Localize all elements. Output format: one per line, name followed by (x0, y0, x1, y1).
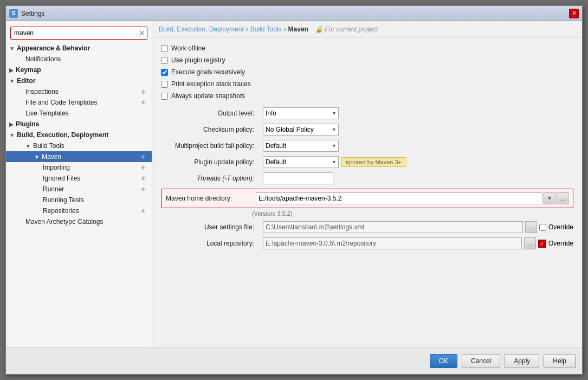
sidebar-group-build[interactable]: ▼ Build, Execution, Deployment (6, 130, 152, 140)
user-settings-input[interactable] (263, 221, 523, 233)
print-exception-checkbox[interactable] (161, 81, 168, 88)
main-content: ✕ ▼ Appearance & Behavior Notifications … (6, 21, 582, 347)
sidebar-item-file-code-templates[interactable]: File and Code Templates ◈ (6, 97, 152, 108)
maven-home-label: Maven home directory: (166, 195, 253, 202)
sidebar-item-maven-archetype-catalogs[interactable]: Maven Archetype Catalogs (6, 216, 152, 227)
local-repo-browse-btn[interactable]: … (524, 237, 536, 249)
sidebar-item-inspections[interactable]: Inspections ◈ (6, 86, 152, 97)
close-button[interactable]: ✕ (569, 9, 579, 18)
search-clear-icon[interactable]: ✕ (139, 29, 145, 37)
sidebar-item-label: Maven (42, 153, 61, 160)
settings-window: S Settings ✕ ✕ ▼ Appearance & Behavior N… (5, 5, 583, 375)
search-box: ✕ (6, 23, 152, 43)
cancel-button[interactable]: Cancel (462, 354, 500, 368)
user-settings-browse-btn[interactable]: … (525, 221, 537, 233)
window-icon: S (9, 9, 18, 18)
indicator-icon: ◈ (141, 153, 148, 160)
threads-row: Threads (-T option): (161, 172, 573, 184)
indicator-icon: ◈ (141, 175, 148, 182)
ok-button[interactable]: OK (430, 354, 457, 368)
local-repo-input[interactable] (263, 237, 522, 249)
threads-input[interactable] (263, 172, 333, 184)
sidebar-item-label: Ignored Files (43, 175, 80, 182)
expand-icon: ▼ (9, 132, 15, 138)
sidebar-group-plugins[interactable]: ▶ Plugins (6, 119, 152, 130)
content-area: Build, Execution, Deployment › Build Too… (152, 21, 582, 347)
execute-goals-checkbox[interactable] (161, 69, 168, 76)
sidebar-group-label: Build, Execution, Deployment (17, 131, 108, 139)
maven-home-row: Maven home directory: ▼ … (161, 189, 573, 208)
sidebar-item-label: Running Tests (43, 196, 84, 204)
always-update-label[interactable]: Always update snapshots (171, 92, 245, 100)
sidebar-item-runner[interactable]: Runner ◈ (6, 184, 152, 195)
sidebar-item-label: Build Tools (33, 142, 64, 150)
print-exception-row: Print exception stack traces (161, 80, 573, 88)
checksum-policy-select[interactable]: No Global Policy Warn Fail Ignore (263, 124, 339, 136)
expand-icon: ▶ (9, 121, 14, 127)
sidebar-group-editor[interactable]: ▼ Editor (6, 75, 152, 86)
breadcrumb-part-3: Maven (288, 25, 308, 33)
sidebar-item-maven[interactable]: ▼ Maven ◈ (6, 151, 152, 162)
sidebar-item-label: Importing (43, 164, 70, 171)
sidebar-group-label: Appearance & Behavior (17, 44, 90, 52)
breadcrumb-part-2[interactable]: Build Tools (250, 25, 282, 33)
apply-button[interactable]: Apply (505, 354, 539, 368)
work-offline-checkbox[interactable] (161, 45, 168, 52)
maven-home-browse-btn[interactable]: … (557, 192, 568, 204)
maven-home-dropdown-btn[interactable]: ▼ (544, 192, 555, 204)
use-plugin-registry-label[interactable]: Use plugin registry (171, 56, 225, 64)
sidebar-item-label: Repositories (43, 207, 79, 215)
execute-goals-label[interactable]: Execute goals recursively (171, 68, 245, 76)
plugin-update-select[interactable]: Default Always Never Daily (263, 156, 339, 168)
sidebar-item-label: Plugins (16, 120, 39, 128)
local-repo-override-label: Override (548, 240, 573, 247)
indicator-icon: ◈ (141, 207, 148, 215)
local-repo-row: Local repository: … ✓ Override (161, 237, 573, 249)
plugin-update-warning: ignored by Maven 3+ (341, 157, 406, 167)
multiproject-fail-select[interactable]: Default Fail at End Never Fail Fail Fast (263, 140, 339, 152)
sidebar-item-live-templates[interactable]: Live Templates (6, 108, 152, 119)
checksum-policy-label: Checksum policy: (161, 126, 259, 133)
maven-home-input[interactable] (256, 192, 542, 204)
sidebar-item-label: Runner (43, 185, 64, 193)
sidebar-item-running-tests[interactable]: Running Tests (6, 195, 152, 205)
sidebar-section-appearance: ▼ Appearance & Behavior Notifications (6, 43, 152, 65)
sidebar-item-repositories[interactable]: Repositories ◈ (6, 205, 152, 216)
help-button[interactable]: Help (544, 354, 576, 368)
breadcrumb-part-1[interactable]: Build, Execution, Deployment (159, 25, 244, 33)
always-update-row: Always update snapshots (161, 92, 573, 100)
sidebar-item-label: Keymap (16, 66, 41, 74)
indicator-icon: ◈ (141, 185, 148, 193)
user-settings-override-label: Override (548, 223, 573, 231)
sidebar-group-appearance[interactable]: ▼ Appearance & Behavior (6, 43, 152, 54)
expand-icon: ▼ (34, 154, 40, 160)
breadcrumb-note: 🔒 For current project (315, 25, 378, 33)
plugin-update-label: Plugin update policy: (161, 158, 259, 166)
use-plugin-registry-row: Use plugin registry (161, 56, 573, 64)
search-input[interactable] (10, 27, 147, 40)
local-repo-label: Local repository: (161, 240, 259, 247)
multiproject-fail-row: Multiproject build fail policy: Default … (161, 140, 573, 152)
sidebar-item-importing[interactable]: Importing ◈ (6, 162, 152, 173)
user-settings-row: User settings file: … Override (161, 221, 573, 233)
multiproject-fail-label: Multiproject build fail policy: (161, 142, 259, 150)
always-update-checkbox[interactable] (161, 93, 168, 100)
expand-icon: ▼ (9, 46, 15, 51)
sidebar-item-build-tools[interactable]: ▼ Build Tools (6, 140, 152, 151)
version-note: (Version: 3.5.2) (252, 210, 573, 217)
sidebar-item-label: Live Templates (25, 110, 69, 117)
print-exception-label[interactable]: Print exception stack traces (171, 80, 251, 88)
user-settings-override-checkbox[interactable] (539, 224, 546, 231)
sidebar-group-keymap[interactable]: ▶ Keymap (6, 65, 152, 75)
sidebar-item-ignored-files[interactable]: Ignored Files ◈ (6, 173, 152, 184)
sidebar-item-notifications[interactable]: Notifications (6, 54, 152, 65)
output-level-select[interactable]: Info Debug Warn Error (263, 107, 339, 119)
sidebar-section-editor: ▼ Editor Inspections ◈ File and Code Tem… (6, 75, 152, 119)
use-plugin-registry-checkbox[interactable] (161, 57, 168, 64)
sidebar-item-label: Notifications (25, 55, 61, 63)
indicator-icon: ◈ (141, 164, 148, 171)
work-offline-label[interactable]: Work offline (171, 44, 205, 52)
local-repo-override-checkbox[interactable]: ✓ (538, 240, 546, 248)
sidebar-item-label: File and Code Templates (25, 99, 98, 106)
form-area: Work offline Use plugin registry Execute… (152, 38, 582, 347)
